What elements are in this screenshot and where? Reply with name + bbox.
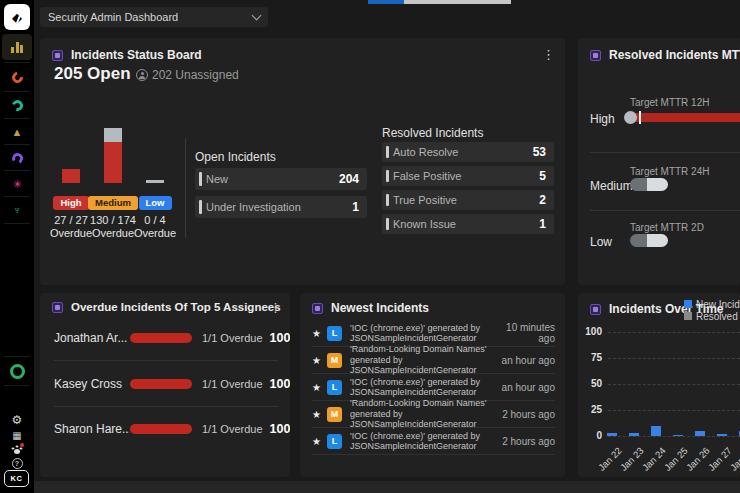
severity-value: 130 / 174 <box>90 214 136 226</box>
sidebar-item-module-purple[interactable] <box>2 145 32 171</box>
incident-title: 'IOC (chrome.exe)' generated byJSONSampl… <box>350 431 491 452</box>
panel-title: Resolved Incidents MTTR <box>609 48 740 62</box>
table-row-true-positive[interactable]: True Positive 2 <box>382 190 554 210</box>
chart-bar[interactable] <box>673 435 683 436</box>
legend-label: New Incide <box>696 299 740 310</box>
app-logo[interactable]: ◆ <box>4 4 30 30</box>
legend-label: Resolved In <box>696 311 740 322</box>
row-divider <box>590 152 740 153</box>
table-row-auto-resolve[interactable]: Auto Resolve 53 <box>382 142 554 162</box>
sidebar-item-module-orange[interactable] <box>2 64 32 90</box>
star-icon[interactable]: ★ <box>312 355 327 366</box>
incident-title: 'IOC (chrome.exe)' generated byJSONSampl… <box>350 377 491 398</box>
legend-swatch-gray <box>684 312 692 320</box>
severity-chip: M <box>327 407 342 422</box>
assignee-row[interactable]: Sharon Hare... 1/1 Overdue 100% <box>54 406 278 451</box>
severity-caption: Overdue <box>50 227 92 239</box>
widget-icon <box>590 304 601 315</box>
sidebar-item-module-peaks[interactable]: ▲ <box>2 119 32 145</box>
severity-chip: L <box>327 380 342 395</box>
sidebar-item-help[interactable]: ? <box>2 457 32 470</box>
row-label: False Positive <box>393 170 461 182</box>
unassigned-person-icon <box>136 69 148 81</box>
sidebar-item-apps[interactable]: ▦ <box>2 429 32 443</box>
gear-icon: ⚙ <box>12 414 23 426</box>
star-icon[interactable]: ★ <box>312 436 327 447</box>
severity-value: 27 / 27 <box>54 214 88 226</box>
severity-caption: Overdue <box>134 227 176 239</box>
legend-item-new[interactable]: New Incide <box>684 298 740 310</box>
row-value: 2 <box>539 193 546 207</box>
user-avatar[interactable]: KC <box>4 470 29 487</box>
progress-bar <box>368 0 511 4</box>
sidebar-item-dashboards[interactable] <box>2 34 32 60</box>
chart-bar[interactable] <box>717 434 727 436</box>
severity-value: 0 / 4 <box>144 214 165 226</box>
star-icon[interactable]: ★ <box>312 328 327 339</box>
incident-row[interactable]: ★ M 'Random-Looking Domain Names' genera… <box>312 401 555 428</box>
incident-row[interactable]: ★ L 'IOC (chrome.exe)' generated byJSONS… <box>312 428 555 455</box>
star-icon[interactable]: ★ <box>312 409 327 420</box>
severity-badge-medium: Medium <box>88 196 138 210</box>
row-divider <box>590 210 740 211</box>
incident-title: 'IOC (chrome.exe)' generated byJSONSampl… <box>350 323 491 344</box>
purple-circle-icon <box>10 151 23 164</box>
sidebar-item-settings[interactable]: ⚙ <box>2 412 32 428</box>
chart-bar[interactable] <box>651 426 661 436</box>
mttr-medium-gauge[interactable] <box>630 178 668 191</box>
severity-bar-low[interactable] <box>146 180 164 183</box>
incident-row[interactable]: ★ L 'IOC (chrome.exe)' generated byJSONS… <box>312 374 555 401</box>
green-ring-icon <box>10 364 25 379</box>
overdue-bar <box>130 379 192 389</box>
legend-swatch-blue <box>684 300 692 308</box>
sidebar-item-module-lotus[interactable]: ♆ <box>2 197 32 223</box>
row-value: 204 <box>339 172 359 186</box>
dashboard-selector[interactable]: Security Admin Dashboard <box>40 7 268 27</box>
mttr-gauge-tick <box>639 111 641 124</box>
legend-item-resolved[interactable]: Resolved In <box>684 310 740 322</box>
kebab-menu-icon[interactable]: ⋮ <box>269 301 282 314</box>
sidebar-item-whats-new[interactable] <box>2 444 32 458</box>
severity-bar-medium[interactable] <box>104 128 122 183</box>
kebab-menu-icon[interactable]: ⋮ <box>542 48 555 61</box>
incident-title: 'Random-Looking Domain Names' generated … <box>350 344 491 376</box>
star-icon[interactable]: ★ <box>312 382 327 393</box>
mttr-low-gauge[interactable] <box>630 234 668 247</box>
y-axis-tick: 50 <box>578 378 602 389</box>
incident-row[interactable]: ★ L 'IOC (chrome.exe)' generated byJSONS… <box>312 320 555 347</box>
y-axis-tick: 0 <box>578 430 602 441</box>
assignee-name: Jonathan Ar... <box>54 331 130 345</box>
severity-column-high: High 27 / 27 Overdue <box>50 121 92 239</box>
paw-icon <box>14 449 20 454</box>
table-row-false-positive[interactable]: False Positive 5 <box>382 166 554 186</box>
unassigned-count: 202 Unassigned <box>152 68 239 82</box>
row-value: 1 <box>539 217 546 231</box>
teal-lotus-icon: ♆ <box>13 205 21 216</box>
incident-time: 2 hours ago <box>491 436 555 447</box>
incident-row[interactable]: ★ M 'Random-Looking Domain Names' genera… <box>312 347 555 374</box>
chart-bar[interactable] <box>629 433 639 436</box>
sidebar-item-cortex-home[interactable] <box>2 358 32 384</box>
row-label: Known Issue <box>393 218 456 230</box>
overdue-bar <box>130 333 192 343</box>
table-row-known-issue[interactable]: Known Issue 1 <box>382 214 554 234</box>
sidebar-item-module-teal[interactable] <box>2 92 32 118</box>
assignee-row[interactable]: Kasey Cross 1/1 Overdue 100% <box>54 361 278 407</box>
mttr-high-gauge[interactable] <box>630 113 740 122</box>
table-row-under-investigation[interactable]: Under Investigation 1 <box>195 196 367 218</box>
row-label: Auto Resolve <box>393 146 458 158</box>
severity-badge-low: Low <box>139 196 172 210</box>
gridline <box>608 332 740 333</box>
table-row-new[interactable]: New 204 <box>195 168 367 190</box>
cortex-logo-icon: ◆ <box>12 11 22 24</box>
sidebar-item-module-pink[interactable]: ✳ <box>2 171 32 197</box>
assignee-row[interactable]: Jonathan Ar... 1/1 Overdue 100% <box>54 315 278 361</box>
orange-swirl-icon <box>9 69 24 84</box>
chart-bar[interactable] <box>607 433 617 436</box>
chart-bar[interactable] <box>695 431 705 436</box>
y-axis-tick: 25 <box>578 404 602 415</box>
severity-bar-high[interactable] <box>62 169 80 183</box>
panel-resolved-incidents-mttr: Resolved Incidents MTTR i Target MTTR 12… <box>578 38 740 285</box>
security-admin-dashboard: ◆ ▲ ✳ ♆ <box>0 0 740 493</box>
sidebar-divider <box>4 385 30 386</box>
